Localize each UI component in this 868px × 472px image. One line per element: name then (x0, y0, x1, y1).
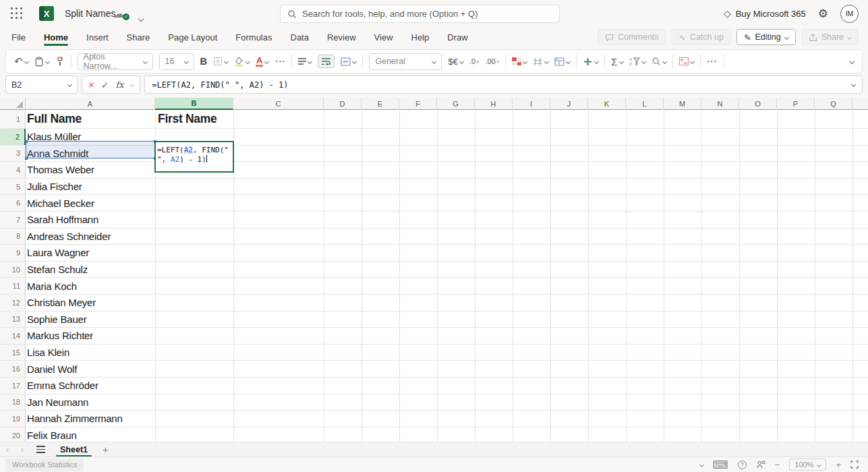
add-sheet-button[interactable]: + (96, 444, 115, 455)
cell-A11[interactable]: Maria Koch (27, 278, 77, 294)
row-header-4[interactable]: 4 (0, 162, 26, 178)
row-header-6[interactable]: 6 (0, 195, 26, 211)
cell-A19[interactable]: Hannah Zimmermann (27, 411, 123, 427)
menu-tab-draw[interactable]: Draw (447, 30, 467, 45)
cell-A3[interactable]: Anna Schmidt (27, 146, 88, 162)
cancel-entry-button[interactable]: × (88, 80, 94, 90)
comments-button[interactable]: Comments (598, 29, 666, 45)
number-format-select[interactable]: General (369, 53, 442, 70)
font-name-select[interactable]: Aptos Narrow... (78, 53, 153, 70)
cell-A2[interactable]: Klaus Müller (27, 129, 81, 145)
row-header-15[interactable]: 15 (0, 345, 26, 361)
row-header-16[interactable]: 16 (0, 361, 26, 377)
catch-up-button[interactable]: ∿ Catch up (671, 29, 731, 45)
menu-tab-data[interactable]: Data (291, 30, 309, 45)
zoom-in-button[interactable]: + (836, 460, 841, 470)
cell-A20[interactable]: Felix Braun (27, 427, 77, 442)
cell-A9[interactable]: Laura Wagner (27, 245, 89, 261)
column-header-D[interactable]: D (324, 98, 361, 110)
active-cell-editor-B2[interactable]: =LEFT(A2, FIND("", A2) - 1) (154, 141, 234, 173)
menu-tab-help[interactable]: Help (411, 30, 430, 45)
column-header-N[interactable]: N (701, 98, 739, 110)
zoom-level-select[interactable]: 100% (789, 459, 826, 471)
column-header-Q[interactable]: Q (815, 98, 852, 110)
increase-decimal-button[interactable]: .0◔ (469, 57, 480, 65)
column-header-F[interactable]: F (399, 98, 437, 110)
cell-A8[interactable]: Andreas Schneider (27, 229, 111, 245)
column-header-A[interactable]: A (26, 98, 155, 110)
cell-A5[interactable]: Julia Fischer (27, 179, 82, 195)
settings-gear-icon[interactable]: ⚙ (818, 7, 828, 21)
column-header-K[interactable]: K (588, 98, 626, 110)
column-header-C[interactable]: C (233, 98, 324, 110)
format-as-table-button[interactable] (533, 57, 548, 66)
column-header-I[interactable]: I (513, 98, 550, 110)
insert-function-button[interactable]: fx (116, 80, 124, 90)
cell-A10[interactable]: Stefan Schulz (27, 262, 88, 278)
insert-cells-button[interactable] (583, 57, 598, 67)
wrap-text-button[interactable] (318, 55, 335, 68)
column-header-H[interactable]: H (475, 98, 513, 110)
row-header-8[interactable]: 8 (0, 229, 26, 245)
paste-button[interactable] (34, 57, 49, 67)
menu-tab-page-layout[interactable]: Page Layout (168, 30, 217, 45)
cell-A14[interactable]: Markus Richter (27, 328, 93, 344)
borders-button[interactable] (213, 57, 228, 66)
menu-tab-review[interactable]: Review (327, 30, 356, 45)
decrease-decimal-button[interactable]: .00◔ (486, 57, 500, 65)
grid-body[interactable]: =LEFT(A2, FIND("", A2) - 1) 1First NameF… (0, 110, 868, 442)
collapse-ribbon-button[interactable] (850, 59, 854, 63)
row-header-17[interactable]: 17 (0, 378, 26, 394)
conditional-formatting-button[interactable] (512, 57, 527, 65)
document-title[interactable]: Split Names (65, 8, 115, 19)
menu-tab-formulas[interactable]: Formulas (235, 30, 272, 45)
buy-microsoft-365-button[interactable]: ◇ Buy Microsoft 365 (724, 8, 806, 19)
formula-input[interactable]: =LEFT(A2, FIND(" ", A2) - 1) (144, 76, 863, 94)
select-all-button[interactable] (0, 98, 26, 110)
cell-A1[interactable]: Full Name (27, 110, 82, 128)
cell-A13[interactable]: Sophie Bauer (27, 312, 87, 328)
font-more-options-button[interactable]: ⋯ (274, 55, 285, 67)
align-button[interactable] (298, 57, 312, 66)
row-header-13[interactable]: 13 (0, 312, 26, 328)
row-header-11[interactable]: 11 (0, 278, 26, 294)
search-input[interactable]: Search for tools, help, and more (Option… (280, 5, 560, 23)
expand-formula-bar-chevron-icon[interactable] (851, 82, 856, 87)
cell-A17[interactable]: Emma Schröder (27, 378, 98, 394)
row-header-7[interactable]: 7 (0, 212, 26, 228)
currency-format-button[interactable]: $€ (448, 57, 463, 67)
menu-tab-insert[interactable]: Insert (86, 30, 109, 45)
ribbon-overflow-button[interactable]: ⋯ (707, 55, 718, 67)
find-button[interactable] (652, 57, 666, 66)
help-icon[interactable]: ? (738, 461, 747, 469)
confirm-entry-button[interactable]: ✓ (101, 80, 109, 90)
workbook-statistics-button[interactable]: Workbook Statistics (5, 459, 84, 471)
cell-A4[interactable]: Thomas Weber (27, 162, 94, 178)
previous-sheet-icon[interactable]: ‹ (0, 445, 15, 454)
column-header-L[interactable]: L (626, 98, 664, 110)
font-size-select[interactable]: 16 (159, 53, 194, 70)
next-sheet-icon[interactable]: › (15, 445, 30, 454)
row-header-2[interactable]: 2 (0, 129, 26, 145)
column-header-B[interactable]: B (155, 98, 233, 110)
sort-filter-button[interactable]: AZ (629, 57, 645, 66)
column-header-M[interactable]: M (664, 98, 701, 110)
status-collapse-chevron-icon[interactable] (700, 463, 703, 467)
row-header-1[interactable]: 1 (0, 110, 26, 128)
analyze-data-button[interactable] (679, 57, 694, 65)
row-header-18[interactable]: 18 (0, 394, 26, 411)
font-color-button[interactable]: A (256, 56, 268, 67)
cell-A6[interactable]: Michael Becker (27, 195, 94, 211)
merge-cells-button[interactable] (341, 57, 356, 66)
sheet-tab-sheet1[interactable]: Sheet1 (52, 442, 96, 457)
cell-A15[interactable]: Lisa Klein (27, 345, 69, 361)
all-sheets-menu-icon[interactable] (30, 444, 52, 454)
column-header-P[interactable]: P (777, 98, 815, 110)
row-header-10[interactable]: 10 (0, 262, 26, 278)
fill-color-button[interactable] (234, 57, 250, 67)
column-header-G[interactable]: G (437, 98, 475, 110)
row-header-5[interactable]: 5 (0, 179, 26, 195)
cell-A7[interactable]: Sarah Hoffmann (27, 212, 98, 228)
accessibility-icon[interactable] (756, 460, 765, 469)
format-painter-button[interactable] (55, 57, 65, 67)
